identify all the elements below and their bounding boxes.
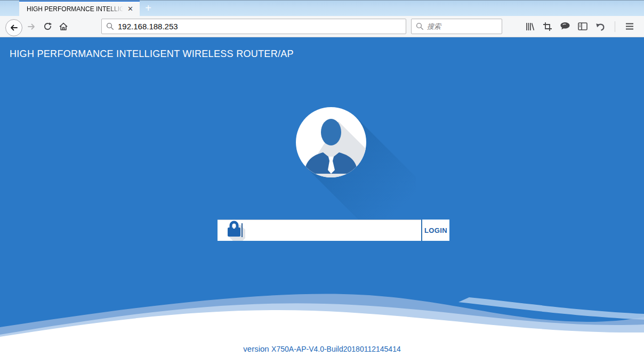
router-login-page: HIGH PERFORMANCE INTELLIGENT WIRELESS RO… [0,37,644,357]
web-search-input[interactable] [427,22,497,30]
tab-strip: HIGH PERFORMANCE INTELLIGE ✕ + [0,0,644,16]
page-title: HIGH PERFORMANCE INTELLIGENT WIRELESS RO… [10,48,294,60]
toolbar-separator [615,21,615,32]
menu-hamburger-icon[interactable] [623,20,636,33]
reload-icon [43,22,52,31]
forward-arrow-icon [27,22,36,31]
back-button[interactable] [5,19,22,36]
version-label: version [243,344,269,353]
sidebar-toggle-icon[interactable] [576,20,589,33]
avatar-head [321,119,341,145]
new-tab-button[interactable]: + [140,1,157,16]
version-line: version X750A-AP-V4.0-Build2018011214541… [0,344,644,354]
library-icon[interactable] [524,20,536,33]
forward-button[interactable] [23,19,39,35]
back-arrow-icon [9,23,19,33]
screenshot-crop-icon[interactable] [541,20,554,33]
reload-button[interactable] [39,19,55,35]
password-input[interactable] [245,220,419,241]
toolbar-icon-group [524,20,636,33]
url-bar[interactable] [101,19,406,34]
password-bar: LOGIN [218,220,449,241]
tab-router-login[interactable]: HIGH PERFORMANCE INTELLIGE ✕ [19,1,140,16]
navigation-toolbar [0,16,644,37]
search-glass-icon [106,22,114,30]
version-value: X750A-AP-V4.0-Build20180112145414 [271,345,401,353]
home-icon [59,22,68,31]
undo-restore-icon[interactable] [594,20,607,33]
chat-bubbles-icon[interactable] [559,20,571,33]
search-bar[interactable] [411,19,502,34]
search-glass-icon [416,22,424,30]
tab-close-icon[interactable]: ✕ [125,4,135,14]
user-avatar [288,104,416,226]
text-caret [241,223,243,237]
browser-window: HIGH PERFORMANCE INTELLIGE ✕ + [0,0,644,357]
tab-title: HIGH PERFORMANCE INTELLIGE [27,5,125,13]
home-button[interactable] [55,19,71,35]
url-input[interactable] [118,22,401,31]
login-button[interactable]: LOGIN [421,220,449,241]
